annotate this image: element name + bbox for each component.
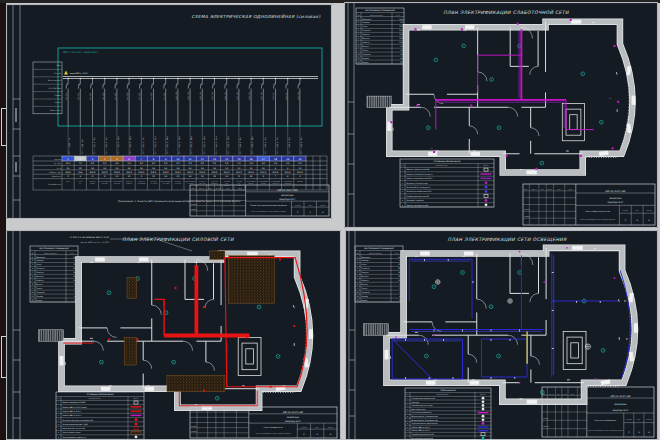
svg-text:ЭФ-01-2017-ЭМ: ЭФ-01-2017-ЭМ [283,411,303,414]
svg-text:эл.: эл. [79,183,82,185]
svg-text:7,0: 7,0 [79,162,83,165]
svg-text:ВВГнг 3х1,5 - 7м: ВВГнг 3х1,5 - 7м [276,137,279,154]
svg-text:2,5: 2,5 [115,162,119,165]
svg-text:1: 1 [32,256,33,258]
svg-text:3х1,5: 3х1,5 [224,171,231,174]
floor-plan: TVTV [367,19,635,174]
svg-text:QF10 C16: QF10 C16 [175,92,178,100]
svg-text:2: 2 [358,21,359,23]
svg-text:10: 10 [116,175,119,178]
svg-text:QF19 C6: QF19 C6 [285,93,288,100]
svg-text:Обозн.: Обозн. [483,164,489,167]
svg-text:9: 9 [58,436,59,439]
svg-text:Электроснабжение и электрообор: Электроснабжение и электрооборудование [251,210,286,213]
svg-text:0,5: 0,5 [262,162,266,165]
sheet-plan-power[interactable]: ПЛАН ЭЛЕКТРИФИКАЦИИ СИЛОВОЙ СЕТИ Эксплик… [6,230,341,440]
legend-table: Условные обозначенияПоз.НаименованиеОбоз… [56,392,144,440]
svg-text:Счетчик: Счетчик [54,72,61,75]
svg-text:QF6 C16: QF6 C16 [126,93,129,100]
svg-text:ВВГнг 3х2,5 - 5м: ВВГнг 3х2,5 - 5м [142,137,145,154]
svg-text:8: 8 [402,199,403,202]
svg-text:План сети освещения: План сети освещения [594,419,616,422]
svg-text:11: 11 [356,295,358,297]
svg-text:16: 16 [140,167,143,170]
svg-text:№: № [358,14,360,16]
svg-text:Лента светодиодная: Лента светодиодная [412,411,432,414]
svg-text:5: 5 [358,33,359,36]
svg-text:Кабинет: Кабинет [361,279,369,282]
svg-text:2,1: 2,1 [400,61,403,64]
svg-text:Р: Р [628,431,630,434]
sheet-title: ПЛАН ЭЛЕКТРИФИКАЦИИ СЛАБОТОЧНОЙ СЕТИ [443,9,569,15]
svg-text:4: 4 [330,433,332,436]
svg-text:16: 16 [201,167,204,170]
sheet-schematic[interactable]: СХЕМА ЭЛЕКТРИЧЕСКАЯ ОДНОЛИНЕЙНАЯ (силова… [6,4,332,219]
title-block: Изм.Кол.учЛист№ док.Подп.ДатаРазраб.Пров… [190,407,337,438]
svg-text:3х1,5: 3х1,5 [297,171,304,174]
svg-text:Р: Р [625,219,627,222]
svg-text:Квартира №17: Квартира №17 [285,420,302,423]
svg-text:1: 1 [357,256,358,258]
svg-text:Лист: Лист [315,426,319,429]
svg-text:Наименование: Наименование [369,252,381,255]
svg-text:Поз.: Поз. [401,164,405,167]
svg-text:4: 4 [322,211,324,214]
svg-text:1: 1 [310,211,312,214]
svg-text:6: 6 [402,190,403,193]
svg-text:Квартира №17: Квартира №17 [279,198,296,201]
svg-text:1,8: 1,8 [400,49,403,52]
svg-text:S, м²: S, м² [395,252,399,255]
svg-text:ВВГнг 3х10 - 2м: ВВГнг 3х10 - 2м [68,138,71,154]
svg-text:18: 18 [250,175,253,178]
svg-text:Наименование: Наименование [44,252,56,255]
svg-text:6,2: 6,2 [400,21,403,24]
svg-text:Коридор: Коридор [362,21,370,24]
wiring-lighting [392,247,630,384]
svg-text:3х1,5: 3х1,5 [273,171,280,174]
panel-label: ЩР 1 (3-комн. квартира) [63,50,98,54]
svg-text:15,0: 15,0 [66,162,71,165]
svg-text:Жилой дом: Жилой дом [287,416,300,419]
svg-text:ввод ВВГнг 3х10: ввод ВВГнг 3х10 [70,72,88,75]
svg-text:ВВГнг 3х1,5 - 18м: ВВГнг 3х1,5 - 18м [251,136,254,154]
svg-text:8: 8 [358,45,359,48]
svg-text:14: 14 [164,175,167,177]
svg-text:10: 10 [262,167,265,170]
svg-text:2,2: 2,2 [164,162,168,165]
svg-text:3,5: 3,5 [91,162,95,165]
svg-text:3х2,5: 3х2,5 [212,171,219,174]
svg-text:11: 11 [128,175,131,177]
sheet-plan-lighting[interactable]: ПЛАН ЭЛЕКТРИФИКАЦИИ СЕТИ ОСВЕЩЕНИЯ Экспл… [345,230,658,440]
svg-text:18: 18 [274,158,278,161]
svg-text:4,6: 4,6 [400,57,403,60]
svg-text:5: 5 [58,418,59,421]
svg-text:Изм.: Изм. [192,409,196,412]
svg-text:QF3 C16: QF3 C16 [89,93,92,100]
svg-text:5: 5 [402,186,403,189]
svg-text:Кабель ВВГнг 3х1,5: Кабель ВВГнг 3х1,5 [63,414,82,417]
svg-text:Листов: Листов [646,209,651,212]
svg-text:3: 3 [638,431,640,434]
svg-text:Кабель, мм²: Кабель, мм² [49,171,61,174]
svg-text:Примечание: Примечание [50,109,61,112]
svg-text:QF5 C16: QF5 C16 [114,93,117,100]
svg-text:10: 10 [357,53,359,56]
svg-text:0,5: 0,5 [286,162,290,165]
svg-text:16: 16 [250,158,254,161]
svg-text:ЭФ-01-2017-ЭМ: ЭФ-01-2017-ЭМ [605,190,625,193]
svg-text:Прихожая: Прихожая [362,18,371,21]
svg-text:Щиток квартирный ЩР1: Щиток квартирный ЩР1 [63,401,86,404]
svg-text:Лоджия: Лоджия [361,295,368,298]
svg-text:6: 6 [287,167,289,170]
svg-text:3х2,5: 3х2,5 [187,171,194,174]
svg-text:Детская: Детская [36,275,43,278]
svg-text:№ док.: № док. [217,409,223,412]
svg-text:Электроплита (присоед.): Электроплита (присоед.) [63,436,87,439]
sheet-plan-low-current[interactable]: ПЛАН ЭЛЕКТРИФИКАЦИИ СЛАБОТОЧНОЙ СЕТИ Экс… [344,2,658,228]
title-block: Изм.Кол.учЛист№ док.Подп.ДатаРазраб.Пров… [523,184,655,225]
svg-text:Зона теплого пола: Зона теплого пола [63,431,81,434]
svg-text:13: 13 [201,175,204,178]
svg-text:Выключатель 2-клавишный: Выключатель 2-клавишный [412,419,438,422]
svg-text:4: 4 [636,219,638,222]
svg-text:7: 7 [402,195,403,197]
